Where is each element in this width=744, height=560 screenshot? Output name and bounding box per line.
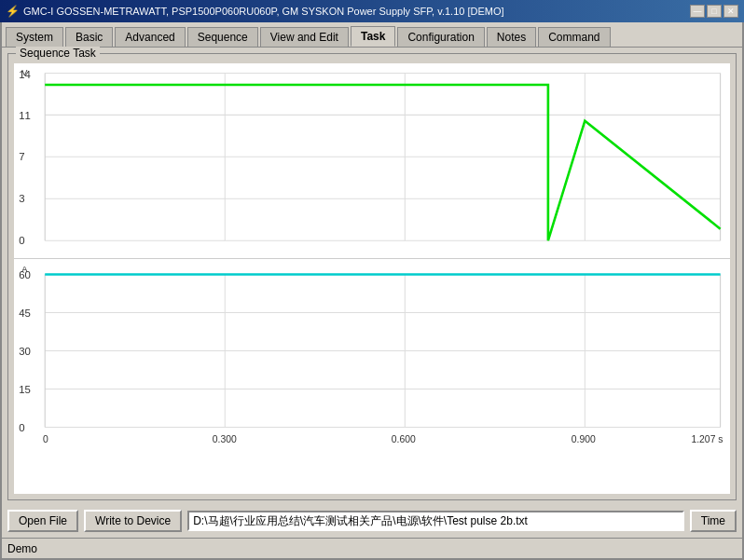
svg-text:V: V <box>21 68 28 77</box>
tab-advanced[interactable]: Advanced <box>115 27 185 47</box>
maximize-button[interactable]: □ <box>707 5 722 18</box>
main-window: System Basic Advanced Sequence View and … <box>0 22 744 560</box>
title-bar: ⚡ GMC-I GOSSEN-METRAWATT, PSP1500P060RU0… <box>0 0 744 22</box>
svg-text:0.900: 0.900 <box>572 434 596 444</box>
current-chart-svg: 60 A 45 30 15 0 <box>14 259 730 445</box>
svg-text:7: 7 <box>19 151 24 162</box>
status-text: Demo <box>7 542 37 555</box>
svg-text:0: 0 <box>19 235 24 246</box>
svg-text:A: A <box>21 265 28 274</box>
svg-text:0.600: 0.600 <box>392 434 416 444</box>
app-icon: ⚡ <box>6 5 20 18</box>
tab-task[interactable]: Task <box>351 26 395 47</box>
svg-text:3: 3 <box>19 193 24 204</box>
svg-rect-0 <box>14 63 730 258</box>
group-box-title: Sequence Task <box>16 47 100 60</box>
sequence-task-group: Sequence Task 14 V 11 7 3 <box>7 53 737 500</box>
bottom-bar: Open File Write to Device Time <box>7 510 737 532</box>
svg-text:15: 15 <box>19 384 31 395</box>
tab-view-and-edit[interactable]: View and Edit <box>260 27 349 47</box>
svg-text:11: 11 <box>19 110 31 121</box>
tab-notes[interactable]: Notes <box>487 27 536 47</box>
svg-rect-17 <box>14 259 730 445</box>
tab-sequence[interactable]: Sequence <box>187 27 258 47</box>
window-title: GMC-I GOSSEN-METRAWATT, PSP1500P060RU060… <box>23 6 504 17</box>
chart-container: 14 V 11 7 3 0 <box>14 63 730 494</box>
time-button[interactable]: Time <box>690 510 737 532</box>
write-to-device-button[interactable]: Write to Device <box>84 510 182 532</box>
svg-text:0.300: 0.300 <box>213 434 237 444</box>
tab-system[interactable]: System <box>6 27 63 47</box>
minimize-button[interactable]: — <box>690 5 705 18</box>
status-bar: Demo <box>2 538 742 558</box>
voltage-chart-svg: 14 V 11 7 3 0 <box>14 63 730 258</box>
content-area: Sequence Task 14 V 11 7 3 <box>2 48 742 538</box>
window-controls: — □ ✕ <box>690 5 738 18</box>
svg-text:45: 45 <box>19 307 31 319</box>
voltage-chart: 14 V 11 7 3 0 <box>14 63 730 259</box>
tab-command[interactable]: Command <box>538 27 610 47</box>
close-button[interactable]: ✕ <box>723 5 738 18</box>
tab-basic[interactable]: Basic <box>65 27 113 47</box>
tab-bar: System Basic Advanced Sequence View and … <box>2 22 742 48</box>
svg-text:1.207 s: 1.207 s <box>691 434 723 444</box>
svg-text:0: 0 <box>19 422 24 433</box>
file-path-input[interactable] <box>187 511 684 531</box>
svg-text:30: 30 <box>19 346 31 357</box>
tab-configuration[interactable]: Configuration <box>397 27 484 47</box>
current-chart: 60 A 45 30 15 0 <box>14 259 730 445</box>
open-file-button[interactable]: Open File <box>7 510 78 532</box>
svg-text:0: 0 <box>43 434 48 444</box>
